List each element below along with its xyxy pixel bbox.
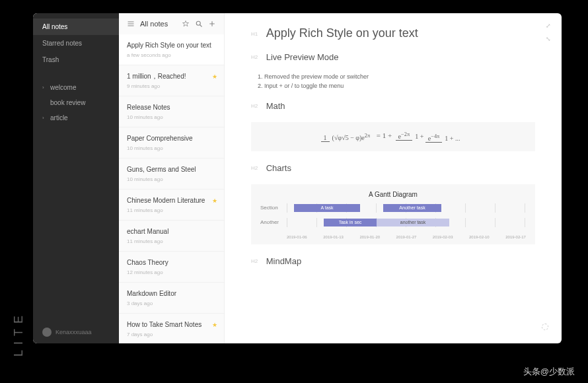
note-title: Apply Rich Style on your text bbox=[127, 41, 216, 50]
list-item: Input + or / to toggle the menu bbox=[264, 83, 535, 89]
h2-marker: H2 bbox=[251, 165, 258, 171]
chart-title: A Gantt Diagram bbox=[260, 191, 526, 198]
note-time: 11 minutes ago bbox=[127, 207, 216, 213]
note-time: 3 days ago bbox=[127, 300, 216, 306]
gantt-track: Task in secanother task bbox=[287, 218, 526, 227]
attribution-text: 头条@少数派 bbox=[523, 366, 575, 378]
heading-mindmap: H2 MindMap bbox=[251, 255, 535, 267]
gantt-bar: A task bbox=[294, 204, 360, 212]
folder-label: article bbox=[50, 114, 68, 122]
folder-label: welcome bbox=[50, 84, 76, 91]
chevron-right-icon: › bbox=[42, 85, 48, 90]
folder-label: book review bbox=[50, 99, 85, 106]
note-time: 7 days ago bbox=[127, 331, 216, 337]
search-icon[interactable] bbox=[195, 20, 203, 28]
list-item: Removed the preview mode or switcher bbox=[264, 73, 535, 80]
note-title: 1 million，Reached! bbox=[127, 72, 216, 81]
gantt-bar: another task bbox=[377, 219, 449, 226]
note-item[interactable]: echart Manual11 minutes ago bbox=[119, 221, 224, 252]
h2-marker: H2 bbox=[251, 258, 258, 264]
sidebar-footer: Kenaxxxuaaa bbox=[33, 321, 119, 343]
expand-icon[interactable]: ⤢ bbox=[546, 22, 552, 29]
sidebar-filter-all-notes[interactable]: All notes bbox=[33, 18, 119, 35]
math-formula: 1(√φ√5 − φ)e2π = 1 + e−2π1 + e−4π1 + ... bbox=[251, 122, 535, 151]
note-time: 10 minutes ago bbox=[127, 176, 216, 182]
app-window: All notesStarred notesTrash ›welcomebook… bbox=[33, 13, 562, 343]
star-icon: ★ bbox=[212, 322, 217, 328]
gantt-date: 2019-02-17 bbox=[505, 235, 526, 239]
heading-math: H2 Math bbox=[251, 100, 535, 112]
note-item[interactable]: Apply Rich Style on your texta few secon… bbox=[119, 34, 224, 65]
note-list-title: All notes bbox=[140, 20, 176, 28]
note-title: echart Manual bbox=[127, 227, 216, 236]
note-title: Guns, Germs and Steel bbox=[127, 165, 216, 174]
section-heading: MindMap bbox=[266, 256, 301, 266]
sidebar-filter-trash[interactable]: Trash bbox=[33, 52, 119, 68]
heading-h1: H1 Apply Rich Style on your text bbox=[251, 26, 535, 40]
note-item[interactable]: 1 million，Reached!9 minutes ago★ bbox=[119, 65, 224, 96]
note-list: All notes Apply Rich Style on your texta… bbox=[119, 13, 225, 343]
note-title: Markdown Editor bbox=[127, 289, 216, 298]
username: Kenaxxxuaaa bbox=[55, 329, 92, 335]
sidebar-filter-starred-notes[interactable]: Starred notes bbox=[33, 35, 119, 52]
folder-book-review[interactable]: book review bbox=[33, 95, 119, 110]
gantt-date: 2019-01-06 bbox=[287, 235, 307, 239]
gantt-bar: Another task bbox=[383, 204, 441, 212]
note-item[interactable]: Markdown Editor3 days ago bbox=[119, 283, 224, 314]
note-list-header: All notes bbox=[119, 13, 224, 34]
note-item[interactable]: Chinese Modern Literature11 minutes ago★ bbox=[119, 190, 224, 221]
star-icon: ★ bbox=[212, 73, 217, 80]
heading-charts: H2 Charts bbox=[251, 162, 535, 174]
note-item[interactable]: Chaos Theory12 minutes ago bbox=[119, 252, 224, 283]
section-heading: Math bbox=[266, 101, 285, 111]
note-title: Paper Comprehensive bbox=[127, 134, 216, 143]
heading-live-preview: H2 Live Preview Mode bbox=[251, 51, 535, 63]
live-preview-list: Removed the preview mode or switcherInpu… bbox=[264, 73, 535, 89]
gantt-row-label: Section bbox=[260, 205, 287, 211]
h2-marker: H2 bbox=[251, 54, 258, 60]
window-controls: ⤢ ⤡ bbox=[546, 22, 552, 42]
section-heading: Charts bbox=[266, 163, 291, 173]
gantt-row-label: Another bbox=[260, 219, 287, 225]
brand-text: LITE bbox=[12, 310, 26, 357]
note-item[interactable]: Paper Comprehensive10 minutes ago bbox=[119, 127, 224, 158]
sidebar-filters: All notesStarred notesTrash bbox=[33, 13, 119, 73]
gantt-date: 2019-02-10 bbox=[469, 235, 490, 239]
note-title: Chinese Modern Literature bbox=[127, 196, 216, 205]
note-item[interactable]: Guns, Germs and Steel10 minutes ago bbox=[119, 158, 224, 190]
star-icon[interactable] bbox=[182, 20, 190, 28]
gantt-bar: Task in sec bbox=[324, 219, 377, 226]
sidebar-folders: ›welcomebook review›article bbox=[33, 80, 119, 125]
note-item[interactable]: Release Notes10 minutes ago bbox=[119, 96, 224, 127]
gantt-chart: A Gantt Diagram SectionA taskAnother tas… bbox=[251, 184, 535, 244]
folder-article[interactable]: ›article bbox=[33, 110, 119, 125]
note-time: a few seconds ago bbox=[127, 52, 216, 58]
chevron-right-icon: › bbox=[42, 115, 48, 121]
editor-pane: ⤢ ⤡ H1 Apply Rich Style on your text H2 … bbox=[225, 13, 562, 343]
note-time: 10 minutes ago bbox=[127, 145, 216, 151]
section-heading: Live Preview Mode bbox=[266, 52, 339, 62]
gantt-row: AnotherTask in secanother task bbox=[260, 217, 526, 228]
note-item[interactable]: How to Take Smart Notes7 days ago★ bbox=[119, 314, 224, 343]
note-time: 10 minutes ago bbox=[127, 114, 216, 120]
star-icon: ★ bbox=[212, 197, 217, 204]
sidebar: All notesStarred notesTrash ›welcomebook… bbox=[33, 13, 119, 343]
gantt-track: A taskAnother task bbox=[287, 203, 526, 213]
note-time: 11 minutes ago bbox=[127, 238, 216, 244]
gantt-date: 2019-01-20 bbox=[359, 235, 380, 239]
gantt-date: 2019-02-03 bbox=[433, 235, 453, 239]
note-title: Release Notes bbox=[127, 103, 216, 112]
note-title: Chaos Theory bbox=[127, 258, 216, 267]
collapse-icon[interactable]: ⤡ bbox=[546, 36, 552, 42]
plus-icon[interactable] bbox=[208, 20, 216, 28]
note-time: 12 minutes ago bbox=[127, 269, 216, 275]
menu-icon[interactable] bbox=[127, 20, 135, 28]
gantt-row: SectionA taskAnother task bbox=[260, 202, 526, 214]
avatar[interactable] bbox=[42, 328, 52, 337]
h1-marker: H1 bbox=[251, 31, 258, 37]
svg-point-0 bbox=[196, 21, 200, 25]
folder-welcome[interactable]: ›welcome bbox=[33, 80, 119, 95]
note-title: How to Take Smart Notes bbox=[127, 320, 216, 329]
note-time: 9 minutes ago bbox=[127, 83, 216, 89]
h2-marker: H2 bbox=[251, 103, 258, 109]
